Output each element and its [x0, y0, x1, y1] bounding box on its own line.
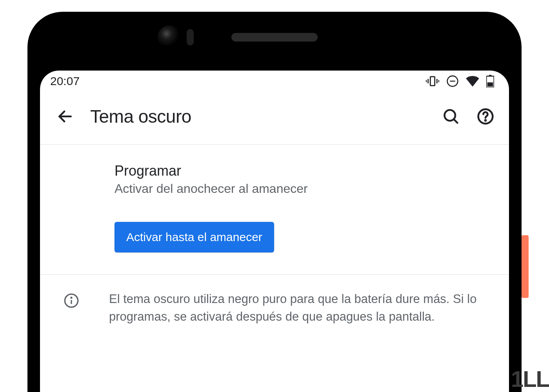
- svg-rect-0: [430, 77, 434, 86]
- vibrate-icon: [426, 75, 439, 87]
- svg-rect-4: [438, 80, 439, 82]
- schedule-subtitle: Activar del anochecer al amanecer: [115, 181, 493, 196]
- battery-icon: [486, 75, 494, 87]
- schedule-setting[interactable]: Programar Activar del anochecer al amane…: [40, 145, 509, 200]
- activate-until-sunrise-button[interactable]: Activar hasta el amanecer: [115, 222, 274, 252]
- status-icons: [426, 75, 494, 87]
- back-button[interactable]: [56, 107, 75, 126]
- svg-rect-2: [426, 80, 427, 82]
- phone-hardware: [40, 33, 509, 42]
- search-icon: [442, 108, 460, 125]
- wifi-icon: [466, 76, 479, 87]
- svg-rect-1: [427, 79, 429, 83]
- watermark: 1LL: [511, 366, 549, 392]
- status-time: 20:07: [50, 74, 80, 88]
- search-button[interactable]: [442, 107, 460, 126]
- page-title: Tema oscuro: [90, 106, 426, 127]
- info-row: El tema oscuro utiliza negro puro para q…: [40, 275, 509, 341]
- content: Programar Activar del anochecer al amane…: [40, 145, 509, 341]
- info-text: El tema oscuro utiliza negro puro para q…: [109, 290, 493, 326]
- action-row: Activar hasta el amanecer: [40, 200, 509, 274]
- phone-bezel: 20:07: [40, 24, 509, 392]
- schedule-title: Programar: [115, 163, 493, 179]
- svg-rect-9: [487, 82, 493, 86]
- svg-line-12: [454, 119, 457, 123]
- phone-frame: 20:07: [27, 12, 522, 392]
- help-icon: [477, 108, 494, 125]
- screen: 20:07: [40, 71, 509, 392]
- do-not-disturb-icon: [446, 75, 459, 87]
- arrow-left-icon: [56, 108, 74, 125]
- front-camera: [158, 25, 181, 49]
- earpiece-speaker: [231, 33, 318, 42]
- svg-point-14: [485, 120, 486, 121]
- status-bar: 20:07: [40, 71, 509, 90]
- help-button[interactable]: [476, 107, 495, 126]
- proximity-sensor: [187, 29, 194, 45]
- info-icon: [64, 293, 79, 310]
- power-button: [522, 235, 529, 298]
- app-bar: Tema oscuro: [40, 90, 509, 144]
- svg-point-17: [71, 298, 72, 298]
- svg-rect-3: [436, 79, 438, 83]
